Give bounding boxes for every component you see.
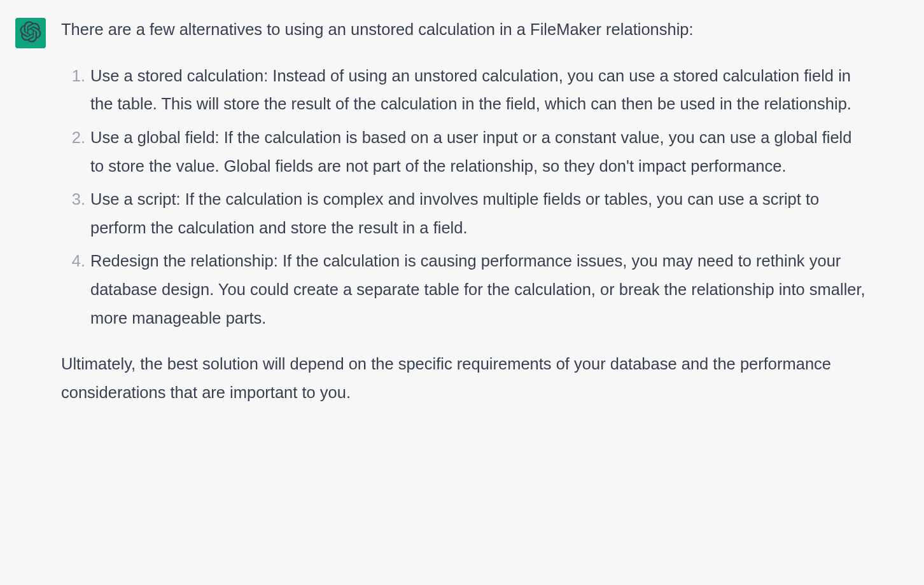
list-item: Use a global field: If the calculation i… xyxy=(90,123,867,180)
message-conclusion: Ultimately, the best solution will depen… xyxy=(61,350,867,406)
message-list: Use a stored calculation: Instead of usi… xyxy=(61,62,867,333)
assistant-message-content: There are a few alternatives to using an… xyxy=(61,15,867,407)
assistant-avatar xyxy=(15,18,46,48)
list-item: Redesign the relationship: If the calcul… xyxy=(90,247,867,332)
message-intro: There are a few alternatives to using an… xyxy=(61,15,867,44)
assistant-message-row: There are a few alternatives to using an… xyxy=(0,15,924,407)
openai-logo-icon xyxy=(20,21,41,45)
list-item: Use a stored calculation: Instead of usi… xyxy=(90,62,867,118)
list-item: Use a script: If the calculation is comp… xyxy=(90,185,867,242)
